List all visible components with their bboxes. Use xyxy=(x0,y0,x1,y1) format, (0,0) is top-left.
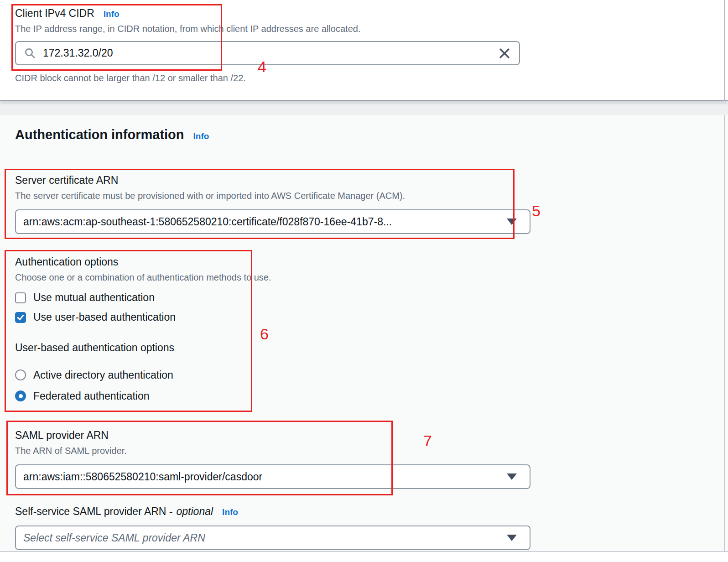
client-cidr-constraint: CIDR block cannot be larger than /12 or … xyxy=(15,72,728,84)
authentication-heading: Authentication information xyxy=(15,127,184,142)
authentication-panel: Authentication information Info Server c… xyxy=(0,115,728,552)
client-cidr-input[interactable]: 172.31.32.0/20 xyxy=(15,41,520,65)
mutual-authentication-checkbox[interactable] xyxy=(15,292,26,303)
server-certificate-select[interactable]: arn:aws:acm:ap-southeast-1:580652580210:… xyxy=(15,209,530,234)
user-based-options-group: User-based authentication options Active… xyxy=(15,341,728,406)
self-service-saml-info-link[interactable]: Info xyxy=(222,507,238,517)
client-cidr-info-link[interactable]: Info xyxy=(104,9,120,19)
active-directory-label: Active directory authentication xyxy=(33,369,173,381)
mutual-authentication-row: Use mutual authentication xyxy=(15,288,728,307)
user-based-options-label: User-based authentication options xyxy=(15,341,728,354)
authentication-options-description: Choose one or a combination of authentic… xyxy=(15,271,728,284)
server-certificate-label: Server certificate ARN xyxy=(15,173,728,187)
federated-authentication-row: Federated authentication xyxy=(15,385,728,406)
saml-provider-description: The ARN of SAML provider. xyxy=(15,444,728,457)
authentication-options-label: Authentication options xyxy=(15,255,728,269)
authentication-info-link[interactable]: Info xyxy=(193,131,209,141)
client-vpn-endpoint-form: Client IPv4 CIDR Info The IP address ran… xyxy=(0,0,728,562)
user-based-authentication-checkbox[interactable] xyxy=(15,312,26,323)
federated-authentication-label: Federated authentication xyxy=(33,390,149,402)
saml-provider-value: arn:aws:iam::580652580210:saml-provider/… xyxy=(23,471,262,483)
saml-provider-select[interactable]: arn:aws:iam::580652580210:saml-provider/… xyxy=(15,464,530,489)
optional-label: optional xyxy=(177,505,213,518)
saml-provider-group: SAML provider ARN The ARN of SAML provid… xyxy=(15,428,728,489)
self-service-saml-placeholder: Select self-service SAML provider ARN xyxy=(23,532,205,544)
saml-provider-label: SAML provider ARN xyxy=(15,428,728,442)
chevron-down-icon xyxy=(507,474,517,480)
client-cidr-value: 172.31.32.0/20 xyxy=(43,47,498,59)
self-service-saml-label: Self-service SAML provider ARN - xyxy=(15,505,173,518)
self-service-saml-select[interactable]: Select self-service SAML provider ARN xyxy=(15,526,530,550)
section-divider xyxy=(0,103,728,115)
server-certificate-group: Server certificate ARN The server certif… xyxy=(15,173,728,234)
active-directory-row: Active directory authentication xyxy=(15,364,728,385)
panel-right-border xyxy=(724,115,725,552)
active-directory-radio[interactable] xyxy=(15,369,26,380)
chevron-down-icon xyxy=(507,219,517,225)
authentication-options-group: Authentication options Choose one or a c… xyxy=(15,255,728,327)
search-icon xyxy=(24,47,36,59)
federated-authentication-radio[interactable] xyxy=(15,390,26,401)
client-cidr-panel: Client IPv4 CIDR Info The IP address ran… xyxy=(0,0,728,101)
user-based-authentication-row: Use user-based authentication xyxy=(15,307,728,327)
mutual-authentication-label: Use mutual authentication xyxy=(33,291,155,304)
chevron-down-icon xyxy=(507,535,517,541)
server-certificate-description: The server certificate must be provision… xyxy=(15,189,728,202)
self-service-saml-group: Self-service SAML provider ARN - optiona… xyxy=(15,505,728,550)
clear-input-icon[interactable] xyxy=(498,47,511,60)
client-cidr-label: Client IPv4 CIDR xyxy=(15,6,94,20)
server-certificate-value: arn:aws:acm:ap-southeast-1:580652580210:… xyxy=(23,216,392,228)
panel-right-border xyxy=(724,0,725,101)
client-cidr-description: The IP address range, in CIDR notation, … xyxy=(15,22,728,35)
user-based-authentication-label: Use user-based authentication xyxy=(33,311,176,323)
